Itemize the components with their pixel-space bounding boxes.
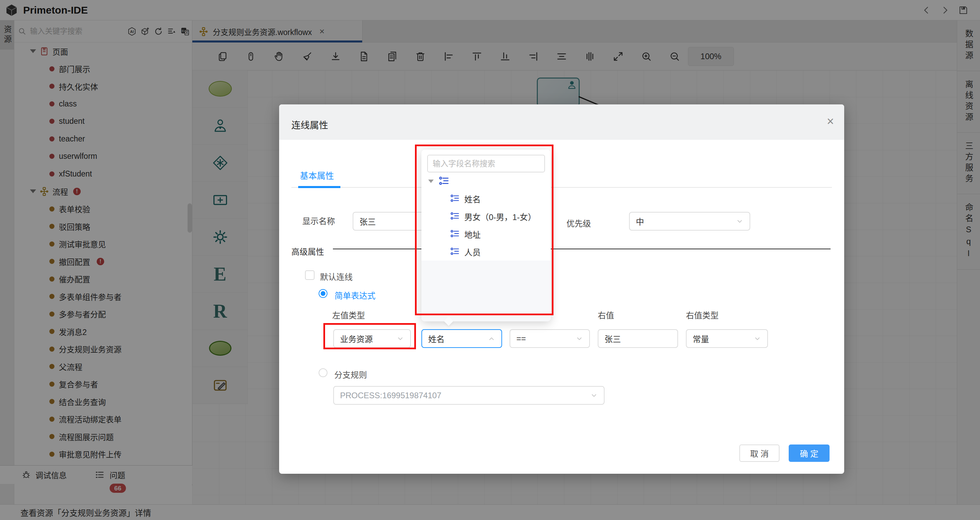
annotation-rect-left-type bbox=[323, 323, 416, 349]
simple-expression-label[interactable]: 简单表达式 bbox=[335, 289, 375, 301]
right-value-input[interactable]: 张三 bbox=[598, 329, 678, 348]
advanced-label: 高级属性 bbox=[291, 245, 324, 257]
cancel-button[interactable]: 取 消 bbox=[739, 444, 780, 462]
chevron-down-icon bbox=[590, 392, 598, 399]
chevron-down-icon bbox=[736, 218, 743, 225]
dialog-title: 连线属性 bbox=[291, 118, 328, 131]
left-type-label: 左值类型 bbox=[332, 309, 365, 321]
tab-basic-properties[interactable]: 基本属性 bbox=[300, 169, 334, 181]
connection-properties-dialog: 连线属性 × 基本属性 显示名称 张三 优先级 中 高级属性 默认连线 简单表达… bbox=[279, 105, 844, 474]
primeton-ide-window: Primeton-IDE 资源 AI En文 bbox=[0, 0, 980, 520]
dialog-header bbox=[279, 105, 844, 140]
chevron-down-icon bbox=[576, 335, 583, 342]
right-type-select[interactable]: 常量 bbox=[686, 329, 768, 348]
simple-expression-radio[interactable] bbox=[318, 289, 328, 298]
right-value-label: 右值 bbox=[598, 309, 614, 321]
priority-label: 优先级 bbox=[566, 217, 591, 229]
dialog-close-icon[interactable]: × bbox=[827, 115, 834, 128]
left-field-select[interactable]: 姓名 bbox=[422, 329, 502, 348]
default-line-checkbox[interactable] bbox=[305, 270, 315, 280]
annotation-rect-dropdown bbox=[415, 144, 554, 315]
chevron-down-icon bbox=[754, 335, 761, 342]
operator-select[interactable]: == bbox=[509, 329, 590, 348]
tab-active-underline bbox=[298, 186, 340, 188]
ok-button[interactable]: 确 定 bbox=[789, 444, 830, 462]
branch-rule-label[interactable]: 分支规则 bbox=[334, 368, 367, 380]
priority-select[interactable]: 中 bbox=[629, 212, 750, 231]
right-type-label: 右值类型 bbox=[686, 309, 719, 321]
tab-divider bbox=[291, 187, 832, 188]
branch-rule-radio[interactable] bbox=[318, 368, 328, 377]
default-line-label: 默认连线 bbox=[320, 270, 353, 282]
display-name-label: 显示名称 bbox=[302, 215, 335, 227]
branch-rule-select[interactable]: PROCESS:1699519874107 bbox=[333, 386, 605, 405]
advanced-divider bbox=[333, 249, 830, 249]
chevron-up-icon bbox=[488, 335, 495, 342]
